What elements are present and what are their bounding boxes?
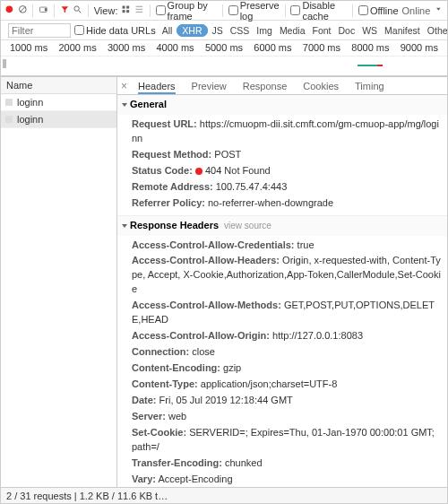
filter-type-media[interactable]: Media	[277, 25, 308, 36]
timeline-tick: 9000 ms	[401, 42, 438, 53]
header-row: Vary: Accept-Encoding	[117, 472, 447, 487]
timeline-tick: 6000 ms	[254, 42, 291, 53]
header-row: Access-Control-Allow-Headers: Origin, x-…	[117, 253, 447, 298]
svg-line-7	[79, 10, 81, 12]
filter-input[interactable]	[8, 23, 71, 38]
svg-marker-15	[436, 7, 441, 10]
svg-marker-5	[61, 6, 68, 13]
header-row: Access-Control-Allow-Origin: http://127.…	[117, 328, 447, 344]
timeline-tick: 3000 ms	[108, 42, 145, 53]
header-row: Set-Cookie: SERVERID=; Expires=Thu, 01-J…	[117, 425, 447, 456]
toolbar: View: Group by frame Preserve log Disabl…	[1, 1, 447, 21]
header-row: Request Method: POST	[117, 147, 447, 163]
svg-rect-11	[127, 10, 130, 13]
tab-response[interactable]: Response	[243, 77, 288, 94]
svg-rect-10	[123, 10, 125, 13]
preserve-log-checkbox[interactable]: Preserve log	[228, 0, 280, 22]
filter-type-all[interactable]: All	[159, 25, 176, 36]
filter-icon[interactable]	[60, 4, 70, 17]
timeline-tick: 1000 ms	[10, 42, 47, 53]
request-row[interactable]: loginn	[1, 94, 116, 111]
filter-type-ws[interactable]: WS	[359, 25, 380, 36]
header-row: Status Code: 404 Not Found	[117, 163, 447, 179]
status-counts: 2 / 31 requests | 1.2 KB / 11.6 KB t…	[6, 491, 168, 501]
header-row: Access-Control-Allow-Methods: GET,POST,P…	[117, 298, 447, 328]
offline-checkbox[interactable]: Offline	[358, 5, 399, 16]
filter-type-doc[interactable]: Doc	[336, 25, 358, 36]
filter-types: AllXHRJSCSSImgMediaFontDocWSManifestOthe…	[159, 24, 447, 37]
large-icons-icon[interactable]	[121, 4, 131, 17]
dropdown-icon[interactable]	[434, 4, 444, 17]
online-label[interactable]: Online	[402, 5, 431, 16]
svg-rect-9	[127, 5, 130, 8]
svg-point-6	[74, 5, 79, 10]
tab-cookies[interactable]: Cookies	[303, 77, 339, 94]
header-row: Request URL: https://cmuopm-dii.sit.cmft…	[117, 117, 447, 147]
status-bar: 2 / 31 requests | 1.2 KB / 11.6 KB t…	[1, 487, 447, 503]
header-row: Referrer Policy: no-referrer-when-downgr…	[117, 196, 447, 212]
headers-panel: GeneralRequest URL: https://cmuopm-dii.s…	[117, 95, 447, 487]
timeline-tick: 2000 ms	[58, 42, 96, 53]
header-row: Content-Type: application/json;charset=U…	[117, 377, 447, 393]
tab-headers[interactable]: Headers	[138, 77, 176, 94]
header-row: Content-Encoding: gzip	[117, 361, 447, 377]
close-icon[interactable]: ×	[121, 77, 127, 94]
timeline-tick: 5000 ms	[205, 42, 243, 53]
detail-panel: × HeadersPreviewResponseCookiesTiming Ge…	[117, 77, 447, 487]
tab-preview[interactable]: Preview	[192, 77, 227, 94]
section-header[interactable]: General	[117, 95, 447, 115]
svg-line-2	[20, 6, 24, 11]
hide-data-urls-checkbox[interactable]: Hide data URLs	[74, 25, 156, 36]
header-row: Remote Address: 100.75.47.4:443	[117, 179, 447, 196]
timeline[interactable]: 1000 ms2000 ms3000 ms4000 ms5000 ms6000 …	[1, 40, 447, 76]
filter-type-font[interactable]: Font	[309, 25, 333, 36]
disable-cache-checkbox[interactable]: Disable cache	[290, 0, 347, 22]
view-label: View:	[94, 5, 118, 16]
filter-bar: Hide data URLs AllXHRJSCSSImgMediaFontDo…	[1, 21, 447, 40]
svg-rect-4	[45, 8, 47, 11]
header-row: Date: Fri, 05 Jul 2019 12:18:44 GMT	[117, 393, 447, 409]
request-row[interactable]: loginn	[1, 111, 116, 128]
filter-type-xhr[interactable]: XHR	[177, 24, 207, 37]
timeline-tick: 7000 ms	[303, 42, 340, 53]
record-icon[interactable]	[4, 4, 14, 17]
tab-timing[interactable]: Timing	[355, 77, 384, 94]
svg-rect-8	[123, 5, 125, 8]
list-icon[interactable]	[134, 4, 144, 17]
request-list-header[interactable]: Name	[1, 77, 116, 94]
filter-type-css[interactable]: CSS	[228, 25, 253, 36]
header-row: Transfer-Encoding: chunked	[117, 456, 447, 472]
section-header[interactable]: Response Headersview source	[117, 216, 447, 236]
camera-icon[interactable]	[39, 4, 48, 17]
timeline-tick: 4000 ms	[156, 42, 194, 53]
svg-point-0	[6, 5, 13, 13]
search-icon[interactable]	[73, 4, 82, 17]
filter-type-img[interactable]: Img	[254, 25, 275, 36]
header-row: Server: web	[117, 409, 447, 425]
detail-tabs: × HeadersPreviewResponseCookiesTiming	[117, 77, 447, 95]
request-list: Name loginnloginn	[1, 77, 117, 487]
header-row: Connection: close	[117, 344, 447, 361]
filter-type-js[interactable]: JS	[210, 25, 226, 36]
group-by-frame-checkbox[interactable]: Group by frame	[156, 0, 217, 22]
timeline-tick: 8000 ms	[351, 42, 389, 53]
header-row: Access-Control-Allow-Credentials: true	[117, 238, 447, 254]
filter-type-other[interactable]: Other	[425, 25, 447, 36]
clear-icon[interactable]	[18, 4, 28, 17]
filter-type-manifest[interactable]: Manifest	[382, 25, 423, 36]
